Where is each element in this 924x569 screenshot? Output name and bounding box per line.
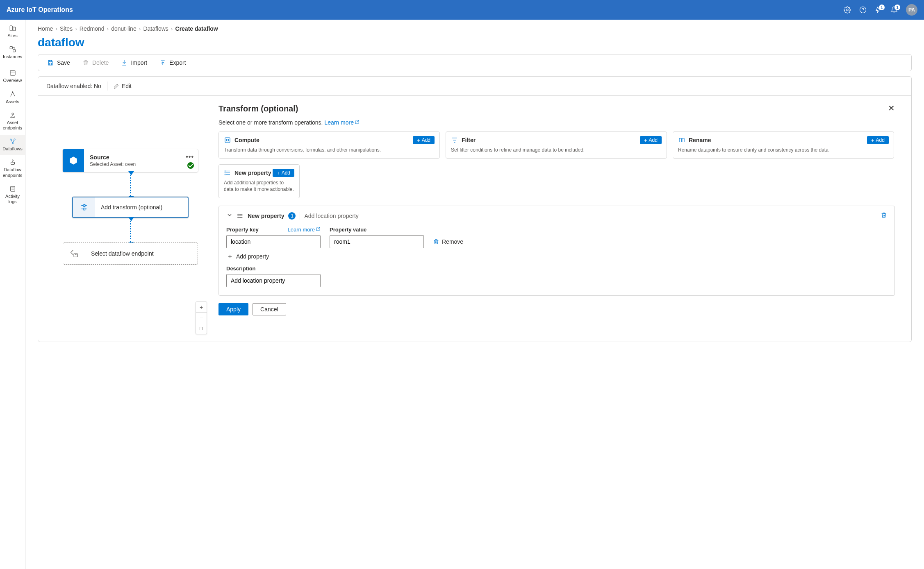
chevron-down-icon[interactable] xyxy=(226,212,233,220)
svg-point-14 xyxy=(14,139,15,140)
breadcrumb-donut-line[interactable]: donut-line xyxy=(111,25,137,32)
edit-label: Edit xyxy=(122,83,132,89)
nav-instances-label: Instances xyxy=(3,54,22,59)
connector-2 xyxy=(130,218,131,243)
settings-icon[interactable] xyxy=(844,6,851,14)
status-bar: Dataflow enabled: No Edit xyxy=(38,77,911,96)
apply-button[interactable]: Apply xyxy=(218,303,248,315)
zoom-fit-button[interactable] xyxy=(196,323,207,334)
breadcrumb-redmond[interactable]: Redmond xyxy=(80,25,105,32)
property-value-label: Property value xyxy=(330,227,366,233)
diagnostics-icon[interactable]: 1 xyxy=(875,6,882,14)
toolbar: Save Delete Import Export xyxy=(38,54,912,71)
node-transform-title: Add transform (optional) xyxy=(101,204,182,211)
learn-more-key-link[interactable]: Learn more xyxy=(288,227,321,233)
nav-overview[interactable]: Overview xyxy=(0,67,25,87)
op-compute-desc: Transform data through conversions, form… xyxy=(224,147,435,153)
add-rename-button[interactable]: Add xyxy=(867,136,889,144)
op-filter-desc: Set filter conditions to refine and mana… xyxy=(451,147,662,153)
product-title: Azure IoT Operations xyxy=(7,6,73,14)
op-card-rename: Rename Add Rename datapoints to ensure c… xyxy=(673,131,894,159)
avatar[interactable]: PA xyxy=(906,4,917,16)
breadcrumb-sites[interactable]: Sites xyxy=(60,25,73,32)
op-compute-title: Compute xyxy=(234,137,259,143)
delete-transform-button[interactable] xyxy=(881,212,887,220)
op-card-newprop: New property Add Add additional properti… xyxy=(218,164,300,198)
nav-overview-label: Overview xyxy=(3,78,22,83)
zoom-in-button[interactable]: + xyxy=(196,302,207,313)
svg-point-16 xyxy=(12,160,13,161)
add-compute-button[interactable]: Add xyxy=(413,136,435,144)
nav-asset-endpoints[interactable]: Asset endpoints xyxy=(0,109,25,134)
svg-point-0 xyxy=(847,9,849,11)
diagnostics-badge: 1 xyxy=(879,5,885,10)
property-key-input[interactable] xyxy=(226,235,321,248)
node-source-title: Source xyxy=(90,154,192,161)
svg-rect-18 xyxy=(10,186,15,191)
op-rename-desc: Rename datapoints to ensure clarity and … xyxy=(678,147,889,153)
nav-dataflows-label: Dataflows xyxy=(2,146,22,152)
rename-icon xyxy=(678,136,685,144)
cancel-button[interactable]: Cancel xyxy=(253,303,286,315)
transform-icon xyxy=(73,197,95,217)
svg-point-12 xyxy=(14,117,15,118)
svg-rect-26 xyxy=(200,327,203,330)
svg-rect-29 xyxy=(682,138,684,142)
svg-point-33 xyxy=(225,171,225,172)
add-property-button[interactable]: Add property xyxy=(227,253,887,260)
nav-instances[interactable]: Instances xyxy=(0,43,25,63)
description-input[interactable] xyxy=(226,274,321,287)
svg-point-13 xyxy=(10,139,11,140)
svg-point-10 xyxy=(11,113,14,115)
nav-assets-label: Assets xyxy=(6,99,19,104)
left-nav: Sites Instances Overview Assets Asset en… xyxy=(0,20,25,569)
property-key-label: Property key xyxy=(226,227,259,233)
property-value-input[interactable] xyxy=(330,235,424,248)
close-icon[interactable]: ✕ xyxy=(888,103,895,113)
svg-point-35 xyxy=(225,175,225,175)
remove-property-button[interactable]: Remove xyxy=(433,235,463,248)
export-button[interactable]: Export xyxy=(159,59,186,66)
add-property-label: Add property xyxy=(236,253,269,260)
dataflow-canvas[interactable]: ••• Source Selected Asset: oven Add tran… xyxy=(38,96,214,342)
nav-assets[interactable]: Assets xyxy=(0,88,25,108)
nav-dataflows[interactable]: Dataflows xyxy=(0,135,25,155)
op-rename-title: Rename xyxy=(689,137,711,143)
learn-more-link[interactable]: Learn more xyxy=(324,119,360,126)
import-button[interactable]: Import xyxy=(121,59,147,66)
nav-sites-label: Sites xyxy=(7,33,17,39)
edit-button[interactable]: Edit xyxy=(113,83,132,89)
list-icon xyxy=(237,213,244,219)
notifications-badge: 1 xyxy=(894,5,900,10)
add-filter-button[interactable]: Add xyxy=(640,136,662,144)
connector-1 xyxy=(130,172,131,197)
node-source-more-icon[interactable]: ••• xyxy=(186,153,194,161)
op-card-filter: Filter Add Set filter conditions to refi… xyxy=(446,131,667,159)
save-button[interactable]: Save xyxy=(47,59,70,66)
svg-point-41 xyxy=(238,217,238,218)
node-source[interactable]: ••• Source Selected Asset: oven xyxy=(63,149,198,172)
node-transform[interactable]: Add transform (optional) xyxy=(72,197,189,218)
transform-pane: ✕ Transform (optional) Select one or mor… xyxy=(214,96,911,342)
export-label: Export xyxy=(169,59,186,66)
breadcrumb-home[interactable]: Home xyxy=(38,25,53,32)
op-newprop-title: New property xyxy=(234,170,271,176)
svg-point-11 xyxy=(10,117,11,118)
external-link-icon xyxy=(316,227,321,233)
breadcrumb-dataflows[interactable]: Dataflows xyxy=(143,25,168,32)
add-newprop-button[interactable]: Add xyxy=(273,169,294,177)
nav-sites[interactable]: Sites xyxy=(0,22,25,42)
editor-count-badge: 1 xyxy=(288,212,296,220)
notifications-icon[interactable]: 1 xyxy=(890,6,898,14)
breadcrumb-current: Create dataflow xyxy=(175,25,218,32)
svg-rect-4 xyxy=(13,27,15,31)
nav-dataflow-endpoints[interactable]: Dataflow endpoints xyxy=(0,156,25,181)
svg-point-1 xyxy=(860,7,866,13)
help-icon[interactable] xyxy=(859,6,867,14)
transform-pane-title: Transform (optional) xyxy=(218,104,895,113)
svg-point-34 xyxy=(225,172,225,173)
node-endpoint[interactable]: Select dataflow endpoint xyxy=(63,243,198,265)
zoom-out-button[interactable]: − xyxy=(196,313,207,323)
top-bar: Azure IoT Operations 1 1 PA xyxy=(0,0,924,20)
nav-activity-logs[interactable]: Activity logs xyxy=(0,183,25,208)
